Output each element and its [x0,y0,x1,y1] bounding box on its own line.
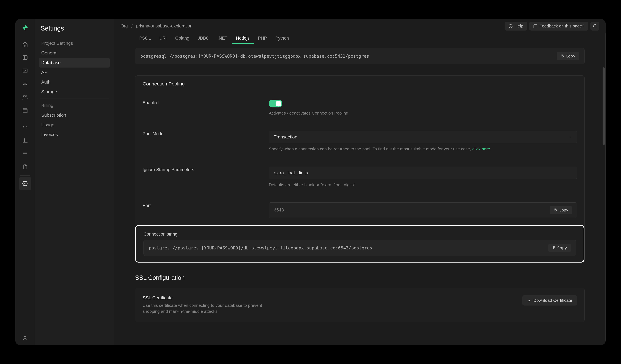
help-icon [508,24,513,28]
pooling-cs-box: postgres://postgres:[YOUR-PASSWORD]@db.o… [143,240,576,256]
nav-functions[interactable] [19,121,31,133]
connection-pooling-card: Connection Pooling Enabled Activates / d… [135,76,585,263]
settings-sidebar: Settings Project Settings General Databa… [35,19,114,345]
sidebar-item-subscription[interactable]: Subscription [39,110,110,120]
nav-logs[interactable] [19,147,31,160]
startup-params-help: Defaults are either blank or "extra_floa… [269,182,577,187]
notifications-button[interactable] [590,22,599,31]
tab-php[interactable]: PHP [254,33,271,44]
svg-point-5 [24,336,26,338]
copy-icon [553,208,557,212]
help-button[interactable]: Help [505,22,527,31]
connection-string-tabs: PSQL URI Golang JDBC .NET Nodejs PHP Pyt… [135,33,585,44]
sidebar-item-auth[interactable]: Auth [39,77,110,87]
ssl-section-title: SSL Configuration [135,274,585,281]
nav-auth[interactable] [19,91,31,104]
tab-golang[interactable]: Golang [171,33,194,44]
ssl-card: SSL Certificate Use this certificate whe… [135,288,585,322]
copy-label: Copy [566,54,575,59]
bell-icon [592,24,597,29]
port-value: 6543 [274,207,550,213]
nav-home[interactable] [19,38,31,50]
tab-dotnet[interactable]: .NET [213,33,232,44]
connection-pooling-header: Connection Pooling [135,76,585,92]
topbar: Org / prisma-supabase-exploration Help F… [114,19,606,33]
svg-rect-9 [553,247,555,249]
breadcrumb-project[interactable]: prisma-supabase-exploration [136,24,192,29]
svg-point-3 [23,95,25,97]
enabled-toggle[interactable] [269,100,282,108]
copy-connection-string[interactable]: Copy [557,52,579,60]
nav-database[interactable] [19,78,31,90]
enabled-label: Enabled [143,100,259,116]
icon-rail [15,19,35,345]
sidebar-item-api[interactable]: API [39,67,110,77]
startup-params-row: Ignore Startup Parameters extra_float_di… [135,159,585,195]
port-row: Port 6543 Copy [135,195,585,225]
ssl-cert-desc: Use this certificate when connecting to … [143,302,266,315]
pool-mode-help-link[interactable]: click here [472,146,490,151]
feedback-label: Feedback on this page? [539,24,584,29]
pooling-connection-string-highlight: Connection string postgres://postgres:[Y… [135,225,585,263]
connection-string-value: postgresql://postgres:[YOUR-PASSWORD]@db… [140,54,557,59]
chat-icon [533,24,537,28]
tab-uri[interactable]: URI [155,33,171,44]
svg-rect-7 [562,56,563,57]
copy-icon [561,54,564,58]
nav-table[interactable] [19,51,31,64]
pool-mode-select[interactable]: Transaction [269,131,577,143]
nav-account[interactable] [19,332,31,345]
group-project-settings: Project Settings [39,38,110,48]
sidebar-item-storage[interactable]: Storage [39,87,110,97]
app-window: Settings Project Settings General Databa… [15,19,606,345]
sidebar-item-database[interactable]: Database [39,58,110,67]
breadcrumb-sep: / [131,24,133,29]
chevron-down-icon [568,135,572,139]
supabase-logo [21,24,29,32]
nav-docs[interactable] [19,161,31,173]
nav-settings[interactable] [19,177,31,190]
download-certificate-button[interactable]: Download Certificate [522,295,577,305]
svg-rect-0 [23,56,27,60]
scrollbar-thumb[interactable] [603,67,605,145]
sidebar-item-general[interactable]: General [39,48,110,58]
port-label: Port [143,203,259,218]
nav-sql[interactable] [19,64,31,77]
connection-pooling-title: Connection Pooling [143,81,577,87]
group-billing: Billing [39,101,110,110]
copy-label: Copy [557,246,567,250]
copy-label: Copy [559,208,568,212]
startup-params-label: Ignore Startup Parameters [143,167,259,187]
feedback-button[interactable]: Feedback on this page? [529,22,588,31]
svg-point-4 [24,183,26,184]
connection-string-box: postgresql://postgres:[YOUR-PASSWORD]@db… [135,48,585,64]
scrollbar-track[interactable] [602,33,605,342]
tab-python[interactable]: Python [271,33,293,44]
sidebar-divider [40,98,109,99]
tab-jdbc[interactable]: JDBC [194,33,213,44]
pool-mode-label: Pool Mode [143,131,259,152]
download-icon [527,298,531,302]
rail-divider [20,175,30,176]
enabled-help: Activates / deactivates Connection Pooli… [269,111,577,116]
download-certificate-label: Download Certificate [533,298,572,303]
pool-mode-row: Pool Mode Transaction Specify when a con… [135,123,585,159]
enabled-row: Enabled Activates / deactivates Connecti… [135,92,585,123]
copy-pooling-cs[interactable]: Copy [548,244,571,252]
nav-reports[interactable] [19,134,31,147]
port-input: 6543 Copy [269,203,577,218]
copy-icon [552,246,556,250]
ssl-cert-title: SSL Certificate [143,295,522,301]
tab-psql[interactable]: PSQL [135,33,155,44]
pool-mode-value: Transaction [274,134,297,140]
nav-storage[interactable] [19,104,31,117]
startup-params-input[interactable]: extra_float_digits [269,167,577,179]
main-content: PSQL URI Golang JDBC .NET Nodejs PHP Pyt… [114,33,606,345]
sidebar-item-invoices[interactable]: Invoices [39,130,110,140]
pooling-cs-value: postgres://postgres:[YOUR-PASSWORD]@db.o… [149,245,548,251]
sidebar-item-usage[interactable]: Usage [39,120,110,130]
tab-nodejs[interactable]: Nodejs [232,33,254,44]
pool-mode-help: Specify when a connection can be returne… [269,146,577,152]
copy-port[interactable]: Copy [550,206,572,214]
breadcrumb-org[interactable]: Org [121,24,128,29]
